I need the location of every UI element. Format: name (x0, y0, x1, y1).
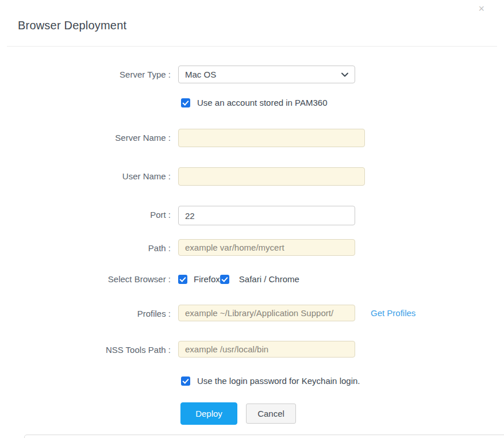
user-name-input[interactable] (178, 167, 365, 186)
dialog-header: Browser Deployment × (7, 0, 497, 47)
select-browser-row: Select Browser : Firefox Safari / Chrome (0, 274, 504, 284)
safari-chrome-checkbox[interactable] (220, 275, 229, 284)
deploy-button[interactable]: Deploy (180, 402, 237, 425)
cancel-button[interactable]: Cancel (246, 404, 296, 424)
server-type-label: Server Type : (0, 66, 171, 79)
pam-account-checkbox[interactable] (181, 98, 190, 107)
server-name-label: Server Name : (0, 129, 171, 143)
path-label: Path : (0, 239, 171, 253)
keychain-row: Use the login password for Keychain logi… (0, 376, 504, 386)
browser-deployment-dialog: Browser Deployment × Server Type : Mac O… (0, 0, 504, 438)
background-panel-edge (24, 435, 504, 438)
firefox-checkbox[interactable] (178, 275, 187, 284)
server-name-input[interactable] (178, 129, 365, 147)
server-type-row: Server Type : Mac OS (0, 66, 504, 83)
user-name-row: User Name : (0, 167, 504, 186)
port-row: Port : (0, 206, 504, 225)
nss-tools-path-row: NSS Tools Path : (0, 341, 504, 358)
port-input[interactable] (178, 206, 355, 225)
server-type-select[interactable]: Mac OS (178, 66, 355, 83)
nss-tools-path-label: NSS Tools Path : (0, 341, 171, 355)
page-title: Browser Deployment (18, 19, 497, 32)
firefox-label: Firefox (194, 274, 220, 284)
nss-tools-path-input[interactable] (178, 341, 355, 358)
profiles-label: Profiles : (0, 305, 171, 318)
keychain-label: Use the login password for Keychain logi… (197, 376, 360, 386)
get-profiles-link[interactable]: Get Profiles (371, 305, 415, 318)
profiles-row: Profiles : Get Profiles (0, 305, 504, 321)
path-row: Path : (0, 239, 504, 256)
dialog-actions: Deploy Cancel (0, 402, 504, 425)
user-name-label: User Name : (0, 167, 171, 181)
port-label: Port : (0, 206, 171, 220)
keychain-checkbox[interactable] (181, 376, 190, 386)
server-name-row: Server Name : (0, 129, 504, 147)
deployment-form: Server Type : Mac OS Use an account stor… (0, 47, 504, 425)
profiles-input[interactable] (178, 305, 355, 321)
pam-account-row: Use an account stored in PAM360 (0, 98, 504, 107)
browser-options: Firefox Safari / Chrome (178, 274, 299, 284)
safari-chrome-label: Safari / Chrome (239, 274, 299, 284)
pam-account-label: Use an account stored in PAM360 (197, 98, 328, 107)
close-icon[interactable]: × (476, 1, 487, 16)
server-type-select-wrap: Mac OS (178, 66, 355, 83)
path-input[interactable] (178, 239, 355, 256)
select-browser-label: Select Browser : (0, 274, 171, 284)
